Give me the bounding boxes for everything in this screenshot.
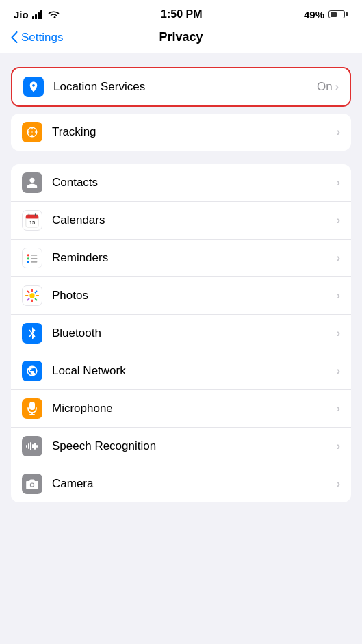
privacy-section: Contacts › 15 Calendars › — [11, 164, 351, 502]
location-services-row[interactable]: Location Services On › — [11, 67, 351, 107]
reminders-row[interactable]: Reminders › — [11, 240, 351, 277]
content-area: Location Services On › Tracking › — [0, 53, 362, 502]
calendars-chevron: › — [337, 214, 340, 227]
svg-rect-30 — [26, 445, 27, 448]
svg-text:15: 15 — [29, 220, 35, 226]
calendars-label: Calendars — [52, 214, 337, 227]
svg-rect-27 — [29, 402, 35, 410]
local-network-icon — [22, 361, 42, 381]
tracking-right: › — [337, 126, 340, 138]
photos-right: › — [337, 289, 340, 302]
reminders-icon — [22, 248, 42, 268]
tracking-label: Tracking — [52, 125, 337, 139]
local-network-right: › — [337, 365, 340, 377]
top-section: Location Services On › Tracking › — [11, 67, 351, 151]
svg-point-16 — [29, 293, 34, 298]
camera-right: › — [337, 478, 340, 490]
svg-rect-1 — [35, 14, 37, 19]
status-left: Jio — [14, 9, 60, 21]
svg-rect-3 — [40, 10, 42, 19]
local-network-chevron: › — [337, 365, 340, 377]
microphone-icon — [22, 398, 42, 419]
bluetooth-row[interactable]: Bluetooth › — [11, 315, 351, 352]
speech-recognition-label: Speech Recognition — [52, 439, 337, 453]
battery-percent: 49% — [304, 9, 324, 21]
page-title: Privacy — [159, 30, 203, 44]
contacts-chevron: › — [337, 177, 340, 189]
contacts-row[interactable]: Contacts › — [11, 164, 351, 202]
svg-point-12 — [27, 261, 29, 263]
svg-rect-15 — [31, 261, 37, 263]
speech-recognition-row[interactable]: Speech Recognition › — [11, 428, 351, 465]
back-button[interactable]: Settings — [11, 31, 63, 44]
photos-icon — [22, 285, 42, 306]
svg-rect-35 — [36, 445, 38, 448]
svg-line-23 — [35, 291, 36, 292]
speech-recognition-right: › — [337, 440, 340, 452]
svg-rect-31 — [28, 443, 29, 449]
calendars-row[interactable]: 15 Calendars › — [11, 202, 351, 240]
photos-chevron: › — [337, 289, 340, 302]
microphone-chevron: › — [337, 402, 340, 415]
location-services-right: On › — [317, 80, 339, 94]
bluetooth-right: › — [337, 327, 340, 339]
location-services-chevron: › — [335, 81, 339, 93]
reminders-right: › — [337, 252, 340, 264]
camera-icon — [22, 474, 42, 494]
svg-line-21 — [27, 291, 29, 292]
svg-line-22 — [35, 298, 36, 300]
status-right: 49% — [304, 9, 348, 21]
calendars-right: › — [337, 214, 340, 227]
tracking-section: Tracking › — [11, 114, 351, 151]
photos-label: Photos — [52, 289, 337, 302]
nav-bar: Settings Privacy — [0, 25, 362, 53]
svg-rect-0 — [32, 16, 34, 19]
carrier-label: Jio — [14, 9, 29, 21]
status-bar: Jio 1:50 PM 49% — [0, 0, 362, 25]
photos-row[interactable]: Photos › — [11, 277, 351, 315]
tracking-row[interactable]: Tracking › — [11, 114, 351, 151]
speech-recognition-icon — [22, 436, 42, 456]
svg-rect-13 — [31, 255, 37, 256]
location-services-icon — [23, 77, 44, 97]
local-network-row[interactable]: Local Network › — [11, 352, 351, 390]
svg-rect-32 — [30, 442, 31, 450]
contacts-label: Contacts — [52, 176, 337, 190]
microphone-right: › — [337, 402, 340, 415]
svg-point-11 — [27, 257, 29, 259]
bluetooth-icon — [22, 323, 42, 344]
wifi-icon — [48, 10, 60, 19]
speech-recognition-chevron: › — [337, 440, 340, 452]
camera-label: Camera — [52, 477, 337, 491]
calendars-icon: 15 — [22, 210, 42, 231]
bluetooth-label: Bluetooth — [52, 326, 337, 340]
svg-rect-34 — [34, 443, 36, 450]
location-services-status: On — [317, 80, 333, 94]
bluetooth-chevron: › — [337, 327, 340, 339]
signal-icon — [32, 10, 44, 19]
back-chevron-icon — [11, 31, 18, 43]
location-services-item[interactable]: Location Services On › — [12, 68, 350, 105]
microphone-row[interactable]: Microphone › — [11, 390, 351, 428]
svg-rect-33 — [32, 444, 34, 448]
back-label: Settings — [21, 31, 63, 44]
tracking-icon — [22, 122, 42, 142]
camera-chevron: › — [337, 478, 340, 490]
svg-line-24 — [27, 298, 29, 300]
local-network-label: Local Network — [52, 364, 337, 378]
camera-row[interactable]: Camera › — [11, 465, 351, 502]
svg-point-37 — [31, 484, 34, 487]
contacts-right: › — [337, 177, 340, 189]
svg-rect-2 — [38, 12, 40, 19]
reminders-label: Reminders — [52, 251, 337, 265]
contacts-icon — [22, 172, 42, 193]
location-services-label: Location Services — [53, 80, 317, 94]
reminders-chevron: › — [337, 252, 340, 264]
time-label: 1:50 PM — [161, 8, 202, 21]
svg-rect-6 — [26, 217, 38, 218]
svg-rect-14 — [31, 258, 37, 259]
battery-icon — [328, 10, 348, 18]
tracking-chevron: › — [337, 126, 340, 138]
svg-point-10 — [27, 254, 29, 256]
microphone-label: Microphone — [52, 402, 337, 415]
